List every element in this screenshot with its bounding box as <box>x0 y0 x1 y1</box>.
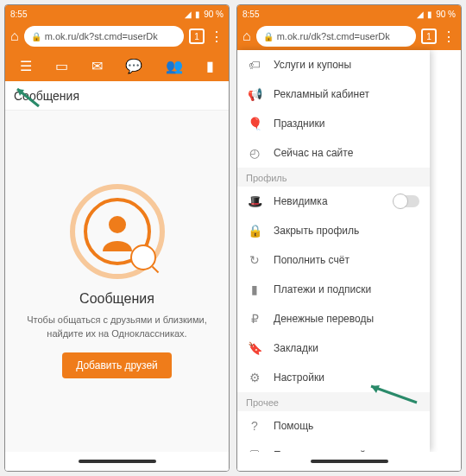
status-bar: 8:55 ◢ ▮ 90 % <box>5 5 229 22</box>
nav-pill[interactable] <box>79 460 156 463</box>
app-nav: ☰ ▭ ✉ 💬 👥 ▮ <box>5 50 229 81</box>
nav-pill[interactable] <box>311 460 388 463</box>
android-nav <box>5 452 229 471</box>
battery-icon: ▮ <box>195 10 200 19</box>
drawer-section: Профиль <box>237 168 430 187</box>
drawer-item-label: Пополнить счёт <box>274 254 419 266</box>
feed-icon[interactable]: ▭ <box>55 58 68 74</box>
clock-icon: ◴ <box>248 146 261 160</box>
status-right: ◢ ▮ 90 % <box>185 10 224 19</box>
gear-icon: ⚙ <box>248 371 261 384</box>
phone-right: 8:55 ◢ ▮ 90 % ⌂ 🔒 m.ok.ru/dk?st.cmd=user… <box>236 4 462 472</box>
phone-left: 8:55 ◢ ▮ 90 % ⌂ 🔒 m.ok.ru/dk?st.cmd=user… <box>4 4 230 472</box>
tag-icon: 🏷 <box>248 58 261 72</box>
menu-icon[interactable]: ☰ <box>20 58 32 74</box>
drawer-item-label: Закрыть профиль <box>274 225 419 237</box>
drawer-item-balloon[interactable]: 🎈Праздники <box>237 109 430 138</box>
browser-bar: ⌂ 🔒 m.ok.ru/dk?st.cmd=userDk 1 ⋮ <box>237 22 461 50</box>
empty-state: Сообщения Чтобы общаться с друзьями и бл… <box>5 111 229 452</box>
mail-icon[interactable]: ✉ <box>91 58 103 74</box>
drawer-item-clock[interactable]: ◴Сейчас на сайте <box>237 138 430 168</box>
wallet-icon: ▮ <box>248 282 261 296</box>
page-header-text: Сообщения <box>14 89 79 103</box>
browser-bar: ⌂ 🔒 m.ok.ru/dk?st.cmd=userDk 1 ⋮ <box>5 22 229 50</box>
lock-icon: 🔒 <box>248 224 261 238</box>
signal-icon: ◢ <box>417 10 424 19</box>
bookmark-icon: 🔖 <box>248 341 261 355</box>
illustration <box>70 184 165 279</box>
more-icon[interactable]: ⋮ <box>210 29 224 45</box>
invisible-toggle[interactable] <box>394 195 419 207</box>
status-time: 8:55 <box>10 10 27 19</box>
drawer-item-label: Закладки <box>274 342 419 354</box>
drawer-item-wallet[interactable]: ▮Платежи и подписки <box>237 275 430 304</box>
svg-point-0 <box>109 216 126 233</box>
lock-icon: 🔒 <box>263 32 274 41</box>
person-icon <box>96 210 139 253</box>
balloon-icon: 🎈 <box>248 117 261 130</box>
megaphone-icon: 📢 <box>248 87 261 101</box>
discussions-icon[interactable]: 💬 <box>125 58 142 74</box>
drawer-item-megaphone[interactable]: 📢Рекламный кабинет <box>237 79 430 109</box>
magnifier-icon <box>130 244 156 270</box>
drawer-item-tag[interactable]: 🏷Услуги и купоны <box>237 50 430 79</box>
drawer-item-bookmark[interactable]: 🔖Закладки <box>237 333 430 363</box>
url-bar[interactable]: 🔒 m.ok.ru/dk?st.cmd=userDk <box>24 26 184 47</box>
drawer-item-label: Услуги и купоны <box>274 59 419 71</box>
add-friends-button[interactable]: Добавить друзей <box>62 352 172 378</box>
drawer-item-monitor[interactable]: 🖵Полная версия сайта <box>237 441 430 452</box>
status-time: 8:55 <box>242 10 259 19</box>
help-icon: ? <box>248 419 261 433</box>
drawer-item-refresh[interactable]: ↻Пополнить счёт <box>237 245 430 275</box>
tab-count[interactable]: 1 <box>421 29 437 44</box>
drawer-item-lock[interactable]: 🔒Закрыть профиль <box>237 216 430 245</box>
friends-icon[interactable]: 👥 <box>166 58 183 74</box>
home-icon[interactable]: ⌂ <box>10 29 19 44</box>
lock-icon: 🔒 <box>31 32 41 41</box>
refresh-icon: ↻ <box>248 253 261 267</box>
tab-count[interactable]: 1 <box>189 29 205 44</box>
battery-text: 90 % <box>204 10 224 19</box>
drawer-section: Прочее <box>237 392 430 411</box>
battery-text: 90 % <box>436 10 456 19</box>
empty-title: Сообщения <box>79 291 154 307</box>
status-right: ◢ ▮ 90 % <box>417 10 456 19</box>
drawer-item-label: Денежные переводы <box>274 313 419 325</box>
page-header: Сообщения <box>5 81 229 111</box>
drawer-item-label: Платежи и подписки <box>274 283 419 295</box>
drawer-item-label: Невидимка <box>274 195 381 207</box>
empty-text: Чтобы общаться с друзьями и близкими, на… <box>14 314 220 340</box>
more-icon[interactable]: ⋮ <box>442 29 456 45</box>
signal-icon: ◢ <box>185 10 192 19</box>
drawer-item-label: Помощь <box>274 420 419 432</box>
side-drawer: 🏷Услуги и купоны📢Рекламный кабинет🎈Празд… <box>237 50 430 452</box>
url-text: m.ok.ru/dk?st.cmd=userDk <box>45 31 158 41</box>
url-bar[interactable]: 🔒 m.ok.ru/dk?st.cmd=userDk <box>256 26 416 47</box>
drawer-item-gear[interactable]: ⚙Настройки <box>237 363 430 392</box>
ruble-icon: ₽ <box>248 312 261 326</box>
wallet-icon[interactable]: ▮ <box>206 58 214 74</box>
drawer-item-ruble[interactable]: ₽Денежные переводы <box>237 304 430 333</box>
drawer-item-label: Праздники <box>274 117 419 130</box>
hat-icon: 🎩 <box>248 194 261 208</box>
url-text: m.ok.ru/dk?st.cmd=userDk <box>277 31 390 41</box>
home-icon[interactable]: ⌂ <box>242 29 251 44</box>
status-bar: 8:55 ◢ ▮ 90 % <box>237 5 461 22</box>
drawer-item-label: Сейчас на сайте <box>274 147 419 159</box>
drawer-item-help[interactable]: ?Помощь <box>237 411 430 441</box>
android-nav <box>237 452 461 471</box>
battery-icon: ▮ <box>427 10 432 19</box>
drawer-item-label: Настройки <box>274 371 419 384</box>
drawer-item-hat[interactable]: 🎩Невидимка <box>237 187 430 216</box>
drawer-item-label: Рекламный кабинет <box>274 88 419 100</box>
